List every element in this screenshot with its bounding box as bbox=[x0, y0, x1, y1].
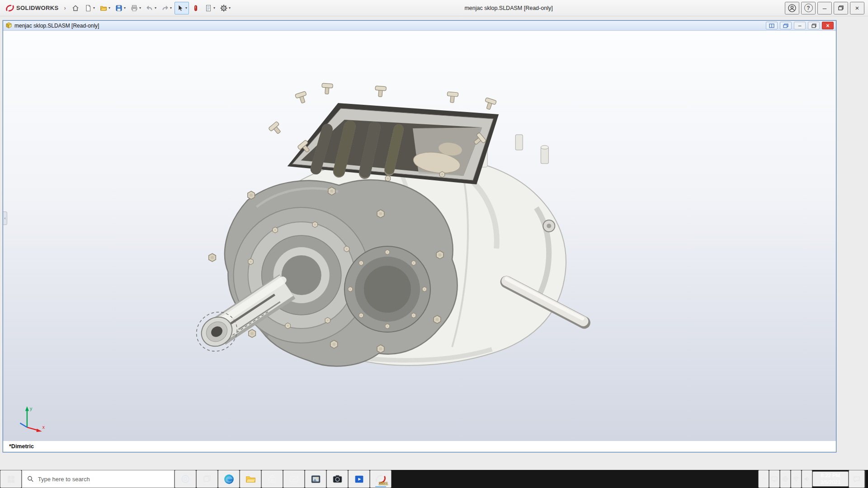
options-button[interactable]: ▾ bbox=[218, 2, 232, 14]
dropdown-chevron-icon[interactable]: ▾ bbox=[185, 6, 187, 10]
panel-collapse-handle[interactable]: ‹ bbox=[3, 211, 7, 225]
account-button[interactable] bbox=[785, 2, 799, 14]
undo-button[interactable]: ▾ bbox=[144, 2, 158, 14]
display-icon bbox=[771, 475, 778, 483]
orientation-triad: y x bbox=[13, 401, 46, 434]
task-view-icon bbox=[202, 474, 212, 484]
graphics-area[interactable]: y x ‹ bbox=[3, 31, 836, 441]
edge-browser-icon bbox=[223, 474, 235, 485]
hidden-icons-chevron[interactable]: ^ bbox=[758, 470, 769, 488]
network-tray-icon[interactable] bbox=[780, 470, 791, 488]
volume-tray-icon[interactable] bbox=[802, 470, 812, 488]
minimize-app-button[interactable]: – bbox=[817, 2, 832, 14]
triad-x-label: x bbox=[42, 425, 45, 430]
dropdown-chevron-icon[interactable]: ▾ bbox=[108, 6, 110, 10]
mdi-client-area: menjac sklop.SLDASM [Read-only] – × bbox=[0, 16, 868, 470]
taskbar-app-mail[interactable] bbox=[283, 470, 305, 488]
photos-icon bbox=[310, 474, 321, 485]
taskbar-clock[interactable]: 8:22 PM 3/5/2021 bbox=[812, 471, 849, 487]
home-button[interactable] bbox=[70, 2, 81, 14]
document-title: menjac sklop.SLDASM [Read-only] bbox=[14, 23, 99, 29]
minimize-document-button[interactable]: – bbox=[794, 22, 806, 29]
secondary-cover[interactable] bbox=[344, 246, 430, 332]
solidworks-version-badge: 2021 bbox=[379, 481, 388, 486]
open-button[interactable]: ▾ bbox=[98, 2, 112, 14]
dropdown-chevron-icon[interactable]: ▾ bbox=[170, 6, 172, 10]
select-cursor-icon bbox=[176, 4, 184, 12]
action-center-icon bbox=[853, 475, 861, 483]
view-orientation-bar: *Dimetric bbox=[3, 441, 836, 452]
gearbox-3d-model[interactable] bbox=[3, 31, 836, 441]
cascade-icon bbox=[783, 23, 788, 28]
windows-taskbar: 2021 ^ 8:22 PM 3/5/2021 bbox=[0, 470, 868, 488]
tile-icon bbox=[769, 23, 774, 28]
volume-icon bbox=[803, 475, 811, 483]
system-tray: ^ 8:22 PM 3/5/2021 bbox=[758, 470, 868, 488]
cortana-icon bbox=[180, 474, 190, 484]
home-icon bbox=[71, 4, 80, 12]
app-window-controls: ? – × bbox=[785, 2, 864, 14]
dropdown-chevron-icon[interactable]: ▾ bbox=[93, 6, 95, 10]
brand-text: SOLIDWORKS bbox=[16, 5, 59, 11]
restore-document-button[interactable] bbox=[808, 22, 820, 29]
redo-icon bbox=[161, 4, 169, 12]
dropdown-chevron-icon[interactable]: ▾ bbox=[155, 6, 156, 10]
movies-tv-icon bbox=[354, 474, 365, 485]
appearance-button[interactable] bbox=[190, 2, 202, 14]
search-icon bbox=[27, 475, 34, 483]
display-tray-icon[interactable] bbox=[769, 470, 780, 488]
undo-icon bbox=[146, 4, 154, 12]
wifi-icon bbox=[793, 475, 800, 483]
print-button[interactable]: ▾ bbox=[128, 2, 143, 14]
show-desktop-button[interactable] bbox=[865, 470, 868, 488]
solidworks-logo-icon bbox=[5, 4, 14, 13]
mail-icon bbox=[288, 474, 299, 484]
cascade-windows-button[interactable] bbox=[780, 22, 792, 29]
tile-windows-button[interactable] bbox=[766, 22, 778, 29]
dropdown-chevron-icon[interactable]: ▾ bbox=[124, 6, 126, 10]
dropdown-chevron-icon[interactable]: ▾ bbox=[139, 6, 141, 10]
save-button[interactable]: ▾ bbox=[113, 2, 127, 14]
file-properties-icon bbox=[204, 4, 212, 12]
appearance-icon bbox=[192, 4, 200, 12]
menu-expand-arrow[interactable]: › bbox=[61, 5, 69, 11]
taskbar-app-store[interactable] bbox=[261, 470, 283, 488]
top-cover[interactable] bbox=[269, 83, 499, 184]
start-button[interactable] bbox=[0, 470, 22, 488]
taskbar-app-solidworks[interactable]: 2021 bbox=[370, 470, 392, 488]
taskbar-app-file-explorer[interactable] bbox=[240, 470, 261, 488]
close-document-button[interactable]: × bbox=[822, 22, 834, 29]
close-app-button[interactable]: × bbox=[850, 2, 864, 14]
dropdown-chevron-icon[interactable]: ▾ bbox=[213, 6, 215, 10]
select-tool-button[interactable]: ▾ bbox=[175, 2, 189, 14]
print-icon bbox=[130, 4, 138, 12]
account-icon bbox=[788, 4, 797, 13]
file-properties-button[interactable]: ▾ bbox=[203, 2, 217, 14]
cortana-button[interactable] bbox=[175, 470, 196, 488]
camera-icon bbox=[332, 474, 343, 485]
open-folder-icon bbox=[99, 4, 108, 12]
document-window[interactable]: menjac sklop.SLDASM [Read-only] – × bbox=[3, 20, 836, 452]
triad-y-label: y bbox=[30, 406, 33, 411]
taskbar-app-photos[interactable] bbox=[305, 470, 326, 488]
taskbar-app-camera[interactable] bbox=[326, 470, 348, 488]
maximize-app-button[interactable] bbox=[834, 2, 848, 14]
taskbar-app-movies-tv[interactable] bbox=[348, 470, 370, 488]
wifi-tray-icon[interactable] bbox=[791, 470, 802, 488]
new-document-button[interactable]: ▾ bbox=[82, 2, 97, 14]
solidworks-brand[interactable]: SOLIDWORKS bbox=[4, 4, 61, 13]
dropdown-chevron-icon[interactable]: ▾ bbox=[229, 6, 231, 10]
search-input[interactable] bbox=[38, 476, 169, 483]
help-button[interactable]: ? bbox=[801, 2, 816, 14]
task-view-button[interactable] bbox=[196, 470, 218, 488]
redo-button[interactable]: ▾ bbox=[159, 2, 174, 14]
taskbar-app-edge[interactable] bbox=[218, 470, 240, 488]
document-title-bar[interactable]: menjac sklop.SLDASM [Read-only] – × bbox=[3, 21, 836, 31]
action-center-button[interactable] bbox=[849, 470, 865, 488]
help-icon: ? bbox=[804, 4, 813, 12]
active-document-title: menjac sklop.SLDASM [Read-only] bbox=[233, 5, 784, 11]
save-icon bbox=[115, 4, 123, 12]
clock-date: 3/5/2021 bbox=[813, 479, 848, 486]
running-app-indicator bbox=[375, 486, 386, 487]
taskbar-search[interactable] bbox=[22, 470, 175, 488]
